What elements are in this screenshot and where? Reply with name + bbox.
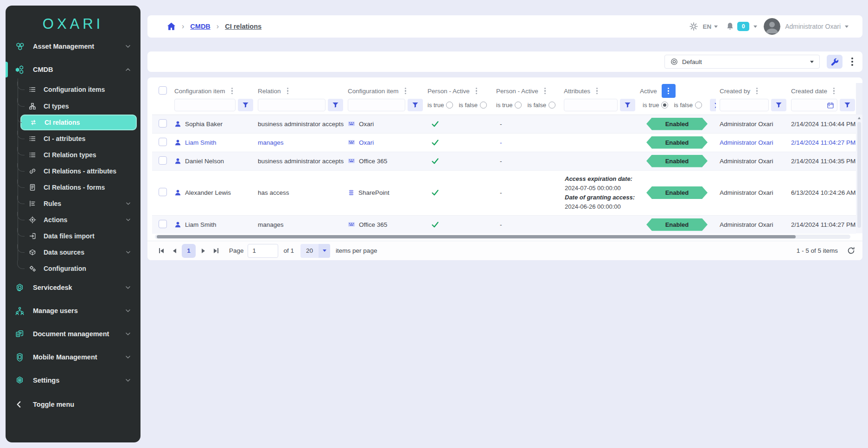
row-checkbox[interactable] (159, 156, 167, 165)
sidebar-item-data-files-import[interactable]: Data files import (24, 229, 137, 243)
filter-button[interactable] (328, 99, 343, 111)
settings-gear-icon[interactable] (689, 22, 698, 31)
column-header-created-by[interactable]: Created by (716, 83, 787, 99)
toggle-menu-button[interactable]: Toggle menu (9, 397, 137, 412)
filter-clear-button[interactable] (710, 99, 716, 111)
prev-page-button[interactable] (168, 244, 181, 257)
caret-down-icon (319, 244, 330, 258)
import-icon (29, 232, 37, 240)
sidebar-item-ci-relations[interactable]: CI relations (20, 115, 137, 130)
filter-input-configuration-item[interactable] (174, 99, 236, 111)
notification-count-badge[interactable]: 0 (737, 22, 749, 31)
sidebar-item-ci-types[interactable]: CI types (24, 99, 137, 114)
sidebar-item-manage-users[interactable]: Manage users (9, 303, 137, 319)
column-menu-icon[interactable] (543, 86, 547, 96)
user-name[interactable]: Administrator Oxari (785, 23, 841, 30)
first-page-button[interactable] (155, 244, 168, 257)
view-selector-dropdown[interactable]: Default (664, 55, 820, 69)
sidebar-item-ci-relations-attributes[interactable]: CI Relations - attributes (24, 164, 137, 179)
column-menu-icon[interactable] (755, 86, 759, 96)
breadcrumb-cmdb-link[interactable]: CMDB (190, 23, 211, 30)
radio-is-true[interactable] (515, 102, 522, 109)
row-checkbox[interactable] (159, 119, 167, 128)
created-by-cell: Administrator Oxari (716, 215, 787, 234)
sidebar-item-settings[interactable]: Settings (9, 372, 137, 388)
sidebar-item-document-management[interactable]: Document management (9, 326, 137, 342)
row-checkbox[interactable] (159, 220, 167, 228)
person-active-2-cell: - (492, 133, 560, 152)
filter-button[interactable] (840, 99, 855, 111)
sidebar-item-mobile-management[interactable]: Mobile Management (9, 349, 137, 365)
next-page-button[interactable] (197, 244, 210, 257)
select-all-checkbox[interactable] (159, 86, 167, 95)
current-page-button[interactable]: 1 (182, 244, 196, 258)
column-header-person-active-2[interactable]: Person - Active (492, 83, 560, 99)
page-number-input[interactable] (248, 244, 278, 258)
bell-icon[interactable] (726, 22, 734, 31)
language-selector[interactable]: EN (702, 23, 711, 30)
radio-is-false[interactable] (695, 102, 702, 109)
filter-button[interactable] (771, 99, 786, 111)
row-checkbox[interactable] (159, 188, 167, 196)
horizontal-scrollbar-thumb[interactable] (157, 235, 796, 238)
row-checkbox[interactable] (159, 138, 167, 146)
sidebar-item-rules[interactable]: Rules (24, 196, 137, 211)
filter-date-input[interactable] (791, 99, 837, 111)
refresh-icon[interactable] (847, 247, 855, 255)
filter-button[interactable] (408, 99, 423, 111)
column-menu-icon[interactable] (230, 86, 234, 96)
sidebar-item-actions[interactable]: Actions (24, 212, 137, 227)
sidebar-item-ci-relation-types[interactable]: CI Relation types (24, 147, 137, 162)
column-header-person-active[interactable]: Person - Active (424, 83, 492, 99)
column-header-active[interactable]: Active (636, 83, 716, 99)
column-menu-icon[interactable] (474, 86, 479, 96)
toolbar-more-menu[interactable] (849, 56, 855, 68)
column-header-attributes[interactable]: Attributes (560, 83, 636, 99)
vertical-scrollbar-thumb[interactable] (857, 122, 861, 228)
column-menu-icon-active[interactable] (662, 84, 676, 98)
page-label: Page (229, 247, 244, 254)
grid-settings-button[interactable] (827, 55, 842, 69)
sidebar-item-asset-management[interactable]: Asset Management (9, 38, 137, 54)
column-menu-icon[interactable] (403, 86, 408, 96)
caret-down-icon[interactable] (753, 26, 757, 28)
users-icon (15, 306, 25, 316)
filter-input-created-by[interactable] (720, 99, 769, 111)
sidebar-item-servicedesk[interactable]: Servicedesk (9, 280, 137, 295)
sidebar-item-ci-relations-forms[interactable]: CI Relations - forms (24, 180, 137, 195)
column-header-configuration-item-2[interactable]: Configuration item (344, 83, 424, 99)
filter-input-configuration-item-2[interactable] (348, 99, 405, 111)
caret-down-icon[interactable] (714, 26, 718, 28)
radio-is-false[interactable] (480, 102, 487, 109)
status-badge: Enabled (646, 118, 708, 130)
home-icon[interactable] (167, 22, 176, 31)
filter-button[interactable] (238, 99, 253, 111)
horizontal-scrollbar[interactable] (155, 235, 850, 239)
sidebar-item-ci-attributes[interactable]: CI - attributes (24, 131, 137, 146)
column-header-relation[interactable]: Relation (254, 83, 344, 99)
page-size-select[interactable]: 20 (300, 244, 330, 258)
radio-is-true[interactable] (446, 102, 453, 109)
sidebar-item-cmdb[interactable]: CMDB (9, 62, 137, 77)
sidebar-item-configuration[interactable]: Configuration (24, 261, 137, 276)
filter-input-relation[interactable] (258, 99, 326, 111)
column-menu-icon[interactable] (832, 86, 836, 96)
sidebar-item-data-sources[interactable]: Data sources (24, 245, 137, 260)
filter-input-attributes[interactable] (564, 99, 618, 111)
column-header-configuration-item[interactable]: Configuration item (171, 83, 254, 99)
scroll-up-arrow-icon[interactable] (858, 117, 861, 119)
application-icon (348, 221, 355, 228)
sidebar-item-configuration-items[interactable]: Configuration items (24, 82, 137, 97)
caret-down-icon[interactable] (845, 26, 849, 28)
vertical-scrollbar[interactable] (856, 115, 862, 233)
target-icon (29, 216, 37, 224)
column-header-created-date[interactable]: Created date (787, 83, 856, 99)
radio-is-false[interactable] (549, 102, 555, 109)
column-menu-icon[interactable] (286, 86, 290, 96)
column-menu-icon[interactable] (595, 86, 599, 96)
avatar[interactable] (764, 18, 780, 35)
person-cell: Alexander Lewis (185, 189, 231, 196)
last-page-button[interactable] (210, 244, 223, 257)
radio-is-true-selected[interactable] (661, 102, 668, 109)
filter-button[interactable] (620, 99, 635, 111)
